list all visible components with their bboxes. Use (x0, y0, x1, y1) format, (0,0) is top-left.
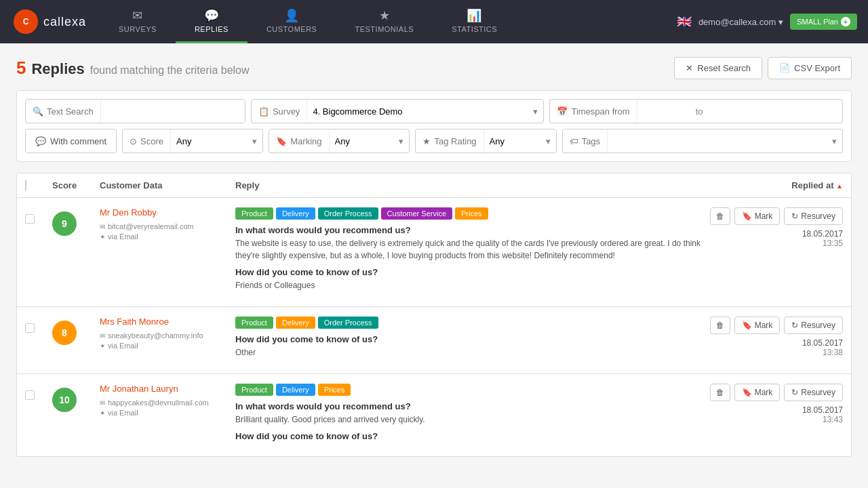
reply-question: How did you come to know of us? (235, 334, 701, 344)
customer-meta: ✉ sneakybeauty@chammy.info ✦ via Email (100, 329, 235, 350)
with-comment-button[interactable]: 💬 With comment (25, 129, 117, 153)
marking-label: 🔖 Marking (269, 129, 329, 152)
replies-list: 9 Mr Den Robby ✉ bitcat@veryrealemail.co… (16, 198, 852, 457)
nav-customers[interactable]: 👤 CUSTOMERS (248, 0, 336, 43)
replied-date: 18.05.2017 (802, 229, 843, 239)
nav-surveys-label: SURVEYS (119, 25, 157, 33)
survey-filter-group: 📋 Survey 4. Bigcommerce Demo ▾ (251, 99, 545, 123)
reply-question: In what words would you recommend us? (235, 225, 701, 235)
tag-label: Product (235, 207, 273, 220)
timespan-to-input[interactable] (707, 100, 762, 123)
customer-name[interactable]: Mr Den Robby (100, 207, 235, 218)
marking-select[interactable]: Any (330, 129, 410, 152)
nav-statistics[interactable]: 📊 STATISTICS (433, 0, 516, 43)
tag-rating-filter-group: ★ Tag Rating Any ▾ (415, 129, 556, 153)
nav-testimonials-label: TESTIMONIALS (355, 25, 414, 33)
resurvey-button[interactable]: ↻ Resurvey (784, 317, 843, 334)
row-checkbox[interactable] (25, 214, 35, 224)
chevron-down-icon: ▾ (252, 136, 257, 146)
mark-icon: 🔖 (742, 321, 752, 330)
resurvey-button[interactable]: ↻ Resurvey (784, 384, 843, 401)
table-row: 10 Mr Jonathan Lauryn ✉ happycakes@devnu… (16, 374, 852, 457)
calendar-icon: 📅 (557, 106, 568, 117)
tags-select[interactable] (608, 129, 842, 152)
reset-search-button[interactable]: ✕ Reset Search (674, 57, 762, 79)
tag-label: Delivery (276, 384, 315, 396)
reply-question: How did you come to know of us? (235, 267, 701, 277)
source-icon: ✦ (100, 233, 105, 241)
text-search-input[interactable] (101, 100, 245, 123)
delete-icon: 🗑 (716, 211, 724, 221)
plan-button[interactable]: SMALL Plan + (790, 14, 857, 30)
th-reply: Reply (235, 180, 707, 190)
select-all-checkbox[interactable] (25, 180, 26, 191)
surveys-icon: ✉ (132, 8, 143, 23)
delete-button[interactable]: 🗑 (710, 207, 730, 225)
timespan-from-input[interactable] (637, 100, 692, 123)
tag-label: Product (235, 384, 273, 396)
resurvey-button[interactable]: ↻ Resurvey (784, 207, 843, 225)
nav-customers-label: CUSTOMERS (267, 25, 317, 33)
th-customer: Customer Data (100, 180, 235, 190)
tags-row: ProductDeliveryOrder ProcessCustomer Ser… (235, 207, 701, 220)
tags-label: 🏷 Tags (563, 129, 608, 152)
table-row: 9 Mr Den Robby ✉ bitcat@veryrealemail.co… (16, 198, 852, 307)
customer-name[interactable]: Mr Jonathan Lauryn (100, 384, 235, 394)
row-checkbox[interactable] (25, 323, 35, 333)
score-cell: 9 (52, 207, 100, 236)
replied-at: 18.05.2017 13:35 (802, 229, 843, 248)
survey-label: 📋 Survey (252, 100, 307, 123)
mark-button[interactable]: 🔖 Mark (734, 317, 781, 334)
timespan-group: 📅 Timespan from to (549, 99, 843, 123)
tag-label: Order Process (318, 317, 378, 329)
mark-icon: 🔖 (742, 211, 752, 221)
csv-icon: 📄 (779, 63, 790, 73)
nav-replies[interactable]: 💬 REPLIES (176, 0, 248, 43)
customer-email: ✉ sneakybeauty@chammy.info (100, 331, 235, 340)
customer-source: ✦ via Email (100, 232, 235, 241)
score-icon: ⊙ (130, 136, 137, 146)
mark-button[interactable]: 🔖 Mark (734, 207, 781, 225)
reply-cell: ProductDeliveryOrder Process How did you… (235, 317, 707, 364)
mark-button[interactable]: 🔖 Mark (734, 384, 781, 401)
reply-question: In what words would you recommend us? (235, 401, 701, 411)
replied-date: 18.05.2017 (802, 338, 843, 348)
reply-actions: 🗑 🔖 Mark ↻ Resurvey (710, 317, 843, 334)
chevron-down-icon: ▾ (778, 17, 783, 27)
resurvey-icon: ↻ (791, 321, 798, 330)
score-select[interactable]: Any Any (171, 129, 252, 152)
survey-select[interactable]: 4. Bigcommerce Demo (307, 100, 543, 123)
tag-label: Delivery (276, 207, 315, 220)
delete-button[interactable]: 🗑 (710, 384, 730, 401)
tag-label: Prices (455, 207, 488, 220)
plus-icon: + (841, 17, 850, 26)
customer-cell: Mr Den Robby ✉ bitcat@veryrealemail.com … (100, 207, 235, 241)
qa-content: How did you come to know of us? Other (235, 334, 701, 359)
delete-button[interactable]: 🗑 (710, 317, 730, 334)
reply-actions: 🗑 🔖 Mark ↻ Resurvey (710, 384, 843, 401)
score-filter-group: ⊙ Score Any Any ▾ (122, 129, 263, 153)
email-icon: ✉ (100, 223, 105, 230)
nav-surveys[interactable]: ✉ SURVEYS (100, 0, 176, 43)
tag-label: Prices (318, 384, 351, 396)
survey-icon: 📋 (258, 106, 269, 117)
source-icon: ✦ (100, 409, 105, 417)
replied-time: 13:35 (802, 239, 843, 248)
customer-source: ✦ via Email (100, 409, 235, 417)
tag-rating-select[interactable]: Any (484, 129, 557, 152)
nav-items: ✉ SURVEYS 💬 REPLIES 👤 CUSTOMERS ★ TESTIM… (100, 0, 666, 43)
reply-answer: The website is easy to use, the delivery… (235, 237, 701, 262)
user-email[interactable]: demo@callexa.com ▾ (698, 17, 783, 27)
sort-desc-icon[interactable]: ▲ (836, 182, 843, 190)
customer-email: ✉ happycakes@devnullmail.com (100, 399, 235, 407)
customer-cell: Mrs Faith Monroe ✉ sneakybeauty@chammy.i… (100, 317, 235, 350)
replied-time: 13:43 (802, 415, 843, 424)
nav-testimonials[interactable]: ★ TESTIMONIALS (336, 0, 433, 43)
logo-text: callexa (43, 15, 86, 29)
logo[interactable]: C callexa (0, 9, 100, 34)
customer-name[interactable]: Mrs Faith Monroe (100, 317, 235, 327)
csv-export-button[interactable]: 📄 CSV Export (768, 57, 852, 79)
statistics-icon: 📊 (467, 8, 482, 23)
mark-icon: 🔖 (742, 388, 752, 397)
row-checkbox[interactable] (25, 390, 35, 400)
